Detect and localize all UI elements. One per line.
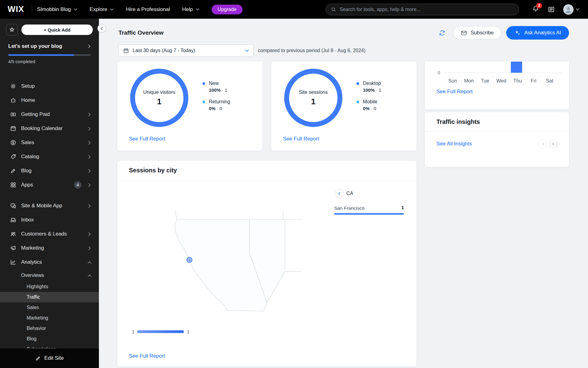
sidebar-item-traffic[interactable]: Traffic bbox=[0, 292, 99, 302]
chevron-right-icon bbox=[88, 183, 91, 187]
donut-label: Unique visitors bbox=[143, 90, 175, 95]
page-title: Traffic Overview bbox=[119, 29, 164, 36]
city-value: 1 bbox=[334, 205, 404, 210]
megaphone-icon bbox=[10, 245, 16, 251]
ask-analytics-ai-button[interactable]: Ask Analytics AI bbox=[506, 26, 569, 40]
refresh-icon bbox=[439, 29, 446, 36]
sidebar-item-overviews[interactable]: Overviews bbox=[0, 269, 99, 282]
chevron-left-icon bbox=[338, 192, 341, 195]
quick-add-button[interactable]: + Quick Add bbox=[21, 25, 93, 35]
pager-next-button[interactable] bbox=[549, 140, 557, 148]
scale-max-label: 1 bbox=[187, 329, 189, 334]
card-title: Sessions by city bbox=[129, 167, 177, 174]
legend-label: Returning bbox=[209, 99, 230, 105]
legend-dot bbox=[356, 82, 359, 85]
see-full-report-link[interactable]: See Full Report bbox=[283, 136, 319, 142]
see-full-report-link[interactable]: See Full Report bbox=[129, 136, 165, 142]
see-full-report-link[interactable]: See Full Report bbox=[129, 353, 165, 359]
date-range-select[interactable]: Last 30 days (Aug 7 - Today) bbox=[119, 44, 254, 57]
site-sessions-card: Site sessions 1 Desktop 100%1 bbox=[271, 62, 417, 151]
legend-percent: 0% bbox=[363, 106, 370, 111]
sidebar-item-sales[interactable]: Sales bbox=[0, 136, 99, 150]
chevron-right-icon bbox=[88, 127, 91, 131]
pen-icon bbox=[10, 168, 16, 174]
y-axis-zero-label: 0 bbox=[432, 70, 440, 75]
day-label: Wed bbox=[496, 78, 507, 84]
sidebar-item-label: Apps bbox=[21, 182, 69, 188]
sidebar-item-setup[interactable]: Setup bbox=[0, 79, 99, 93]
see-all-insights-link[interactable]: See All Insights bbox=[436, 141, 472, 147]
hire-label: Hire a Professional bbox=[126, 6, 170, 13]
subscribe-button[interactable]: Subscribe bbox=[453, 26, 501, 40]
updates-button[interactable] bbox=[548, 6, 555, 13]
sidebar-item-highlights[interactable]: Highlights bbox=[0, 282, 99, 292]
sidebar-item-getting-paid[interactable]: Getting Paid bbox=[0, 107, 99, 121]
sidebar-item-label: Getting Paid bbox=[21, 111, 83, 117]
explore-menu[interactable]: Explore bbox=[90, 6, 114, 13]
sidebar-item-inbox[interactable]: Inbox bbox=[0, 213, 99, 227]
sparkle-icon bbox=[514, 29, 521, 36]
site-menu[interactable]: SImobbin Blog bbox=[37, 6, 77, 13]
sidebar-item-blog[interactable]: Blog bbox=[0, 164, 99, 178]
see-full-report-link[interactable]: See Full Report bbox=[436, 89, 473, 95]
search-icon bbox=[331, 7, 336, 12]
dashboard-content: Unique visitors 1 New 100%1 bbox=[99, 62, 588, 368]
sidebar-item-behavior[interactable]: Behavior bbox=[0, 323, 99, 334]
sidebar-item-apps[interactable]: Apps 4 bbox=[0, 178, 99, 192]
map-color-scale[interactable] bbox=[137, 330, 184, 333]
sidebar-item-booking-calendar[interactable]: Booking Calendar bbox=[0, 121, 99, 136]
day-label: Sat bbox=[546, 78, 553, 84]
day-label: Thu bbox=[513, 78, 522, 84]
legend-item-returning: Returning 0%0 bbox=[202, 99, 230, 111]
account-menu[interactable] bbox=[563, 4, 579, 15]
home-icon bbox=[10, 97, 16, 103]
search-input[interactable] bbox=[340, 7, 514, 12]
sidebar-item-catalog[interactable]: Catalog bbox=[0, 150, 99, 164]
sidebar-item-label: Booking Calendar bbox=[21, 125, 83, 132]
region-label: CA bbox=[346, 191, 353, 196]
sidebar-collapse-button[interactable] bbox=[97, 24, 106, 33]
chevron-up-icon bbox=[88, 261, 92, 264]
refresh-button[interactable] bbox=[436, 27, 448, 39]
legend-value: 0 bbox=[370, 106, 376, 111]
upgrade-button[interactable]: Upgrade bbox=[212, 5, 243, 14]
legend-item-mobile: Mobile 0%0 bbox=[356, 99, 381, 111]
thursday-bar[interactable] bbox=[511, 62, 522, 73]
chevron-down-icon bbox=[576, 8, 579, 11]
sidebar-item-home[interactable]: Home bbox=[0, 93, 99, 107]
sidebar-item-marketing-overview[interactable]: Marketing bbox=[0, 313, 99, 323]
setup-progress-card[interactable]: Let's set up your blog 4/5 completed bbox=[8, 43, 91, 64]
pager-prev-button[interactable] bbox=[539, 140, 547, 148]
edit-site-button[interactable]: Edit Site bbox=[0, 348, 99, 368]
favorites-button[interactable] bbox=[6, 24, 18, 36]
sidebar-item-label: Setup bbox=[21, 83, 91, 89]
envelope-icon bbox=[461, 30, 467, 36]
sidebar-item-label: Sales bbox=[21, 140, 83, 146]
legend-value: 1 bbox=[221, 87, 227, 93]
star-icon bbox=[9, 27, 15, 33]
topbar-divider bbox=[32, 6, 32, 13]
apps-count-badge: 4 bbox=[74, 181, 81, 189]
help-menu[interactable]: Help bbox=[182, 6, 199, 13]
sidebar-item-blog-overview[interactable]: Blog bbox=[0, 334, 99, 344]
map-back-button[interactable] bbox=[335, 189, 344, 198]
day-label: Mon bbox=[464, 78, 473, 84]
chevron-right-icon bbox=[88, 169, 91, 173]
overviews-label: Overviews bbox=[21, 273, 88, 278]
sidebar-item-customers-leads[interactable]: Customers & Leads bbox=[0, 227, 99, 241]
sidebar-item-analytics[interactable]: Analytics bbox=[0, 255, 99, 269]
date-range-value: Last 30 days (Aug 7 - Today) bbox=[133, 48, 195, 53]
sidebar-item-marketing[interactable]: Marketing bbox=[0, 241, 99, 255]
legend-dot bbox=[202, 82, 205, 85]
sidebar-item-site-mobile-app[interactable]: Site & Mobile App bbox=[0, 199, 99, 213]
legend-value: 0 bbox=[216, 106, 222, 111]
chevron-right-icon bbox=[88, 141, 91, 145]
san-francisco-map-dot[interactable] bbox=[187, 257, 192, 263]
sidebar-item-sales-overview[interactable]: Sales bbox=[0, 302, 99, 313]
sidebar-item-subscriptions[interactable]: Subscriptions bbox=[0, 344, 99, 348]
hire-a-professional-link[interactable]: Hire a Professional bbox=[126, 6, 170, 13]
wix-logo[interactable]: WIX bbox=[0, 5, 32, 14]
chevron-up-icon bbox=[88, 274, 92, 277]
chevron-right-icon bbox=[552, 142, 554, 146]
notifications-button[interactable]: 2 bbox=[532, 5, 539, 14]
